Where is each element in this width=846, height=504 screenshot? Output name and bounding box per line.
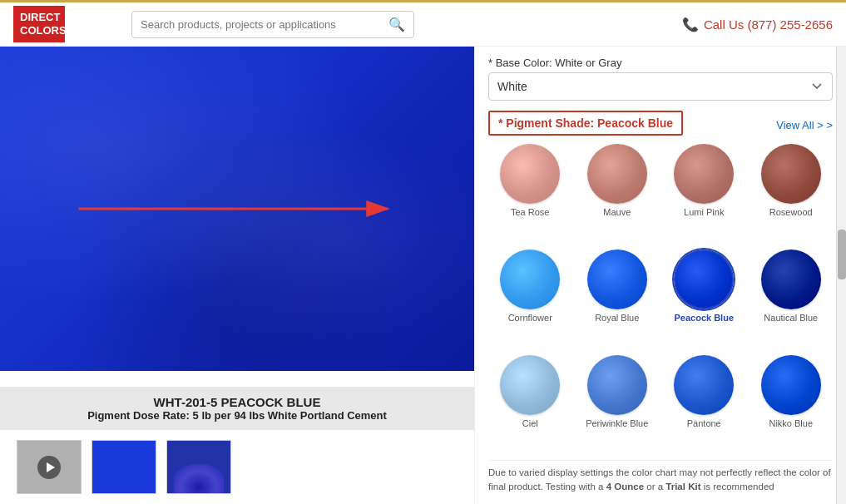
color-name: Tea Rose [511, 207, 549, 217]
color-name: Pantone [687, 418, 721, 428]
color-name: Lumi Pink [684, 207, 724, 217]
color-item[interactable]: Periwinkle Blue [576, 355, 660, 454]
color-item[interactable]: Cornflower [488, 250, 572, 348]
color-name: Peacock Blue [674, 313, 734, 323]
base-color-label: * Base Color: White or Gray [488, 57, 833, 69]
scrollbar-track[interactable] [836, 47, 846, 504]
color-name: Ciel [522, 418, 538, 428]
product-right: * Base Color: White or Gray White Gray *… [474, 47, 846, 504]
color-circle [761, 144, 821, 204]
logo-line2: COLORS [20, 24, 58, 37]
color-circle [500, 144, 560, 204]
thumbnails [0, 430, 474, 504]
product-dose: Pigment Dose Rate: 5 lb per 94 lbs White… [7, 409, 468, 422]
product-image-container [0, 47, 474, 387]
color-item[interactable]: Rosewood [750, 144, 834, 243]
color-name: Rosewood [769, 207, 813, 217]
disclaimer-bold1: 4 Ounce [606, 482, 644, 492]
disclaimer: Due to varied display settings the color… [488, 460, 833, 495]
color-circle [587, 355, 647, 415]
color-circle [674, 250, 734, 309]
disclaimer-bold2: Trial Kit [665, 482, 700, 492]
color-item[interactable]: Pantone [662, 355, 746, 454]
color-item[interactable]: Lumi Pink [662, 144, 746, 243]
color-name: Periwinkle Blue [586, 418, 648, 428]
play-button[interactable] [37, 456, 61, 479]
right-wrapper: * Base Color: White or Gray White Gray *… [474, 47, 846, 504]
color-circle [500, 250, 560, 309]
selection-arrow [71, 192, 403, 225]
view-all-link[interactable]: View All > [776, 119, 833, 131]
disclaimer-text2: or a [644, 482, 665, 492]
color-name: Nautical Blue [764, 313, 818, 323]
color-circle [674, 355, 734, 415]
header: DIRECT COLORS 🔍 📞 Call Us (877) 255-2656 [0, 0, 846, 47]
product-code: WHT-201-5 PEACOCK BLUE [7, 395, 468, 409]
call-us: 📞 Call Us (877) 255-2656 [682, 17, 833, 32]
powder-thumbnail[interactable] [166, 440, 231, 494]
logo[interactable]: DIRECT COLORS [13, 6, 65, 42]
color-item[interactable]: Nikko Blue [750, 355, 834, 454]
search-input[interactable] [141, 18, 388, 31]
base-color-select[interactable]: White Gray [488, 72, 833, 101]
color-name: Royal Blue [595, 313, 639, 323]
product-image [0, 47, 474, 371]
color-item[interactable]: Tea Rose [488, 144, 572, 243]
color-name: Cornflower [508, 313, 552, 323]
video-thumbnail[interactable] [17, 440, 82, 494]
powder-shape [174, 464, 224, 493]
color-item[interactable]: Royal Blue [576, 250, 660, 348]
color-name: Mauve [603, 207, 631, 217]
search-bar[interactable]: 🔍 [131, 11, 414, 38]
color-item[interactable]: Peacock Blue [662, 250, 746, 348]
product-caption: WHT-201-5 PEACOCK BLUE Pigment Dose Rate… [0, 387, 474, 430]
color-circle [761, 250, 821, 309]
color-item[interactable]: Nautical Blue [750, 250, 834, 348]
color-item[interactable]: Ciel [488, 355, 572, 454]
product-left: WHT-201-5 PEACOCK BLUE Pigment Dose Rate… [0, 47, 474, 504]
disclaimer-text3: is recommended [701, 482, 774, 492]
color-circle [674, 144, 734, 204]
scrollbar-thumb[interactable] [838, 230, 846, 279]
color-circle [587, 144, 647, 204]
logo-line1: DIRECT [20, 11, 58, 24]
pigment-label: * Pigment Shade: Peacock Blue [488, 111, 683, 136]
color-circle [587, 250, 647, 309]
call-label: Call Us (877) 255-2656 [704, 17, 833, 32]
color-item[interactable]: Mauve [576, 144, 660, 243]
main-content: WHT-201-5 PEACOCK BLUE Pigment Dose Rate… [0, 47, 846, 504]
color-circle [761, 355, 821, 415]
blue-thumbnail[interactable] [92, 440, 156, 494]
color-name: Nikko Blue [769, 418, 813, 428]
search-icon: 🔍 [388, 17, 405, 32]
color-grid: Tea RoseMauveLumi PinkRosewoodCornflower… [488, 144, 833, 455]
arrow-overlay [0, 192, 474, 225]
color-circle [500, 355, 560, 415]
phone-icon: 📞 [682, 17, 699, 32]
